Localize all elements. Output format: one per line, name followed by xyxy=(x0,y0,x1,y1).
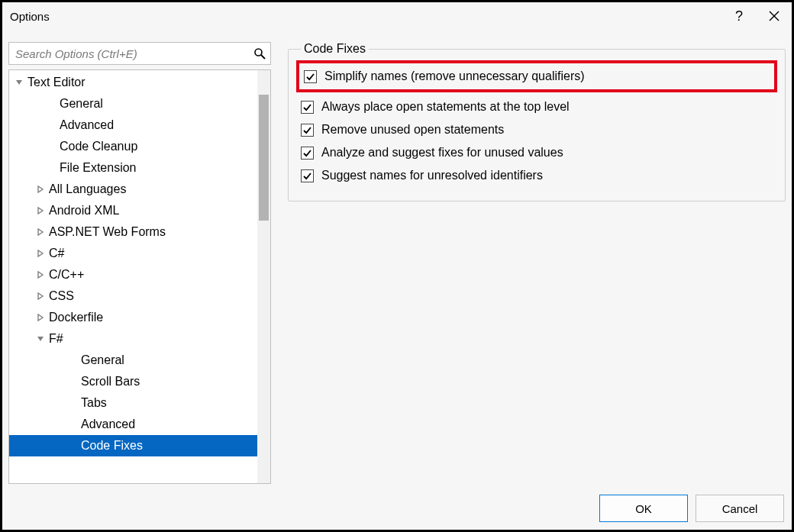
tree-glyph-none xyxy=(35,163,46,173)
options-dialog: Options ? Text EditorGeneralAdv xyxy=(2,2,792,530)
help-button[interactable]: ? xyxy=(721,2,757,30)
right-column: Code Fixes Simplify names (remove unnece… xyxy=(288,42,786,484)
checkbox-row[interactable]: Analyze and suggest fixes for unused val… xyxy=(301,141,773,164)
tree-item-label: Android XML xyxy=(49,204,120,218)
tree-item-label: C# xyxy=(49,247,64,260)
tree-item[interactable]: Tabs xyxy=(9,392,270,414)
tree-glyph-none xyxy=(56,355,67,366)
close-icon xyxy=(769,11,779,21)
close-button[interactable] xyxy=(757,2,792,30)
search-icon xyxy=(253,47,266,60)
tree-glyph-none xyxy=(56,376,67,387)
tree-item[interactable]: Text Editor xyxy=(9,72,270,93)
tree-item-label: General xyxy=(60,97,103,111)
chevron-right-icon xyxy=(35,312,46,323)
chevron-down-icon xyxy=(35,334,46,344)
tree-item[interactable]: C# xyxy=(9,243,270,264)
checkbox[interactable] xyxy=(301,124,314,137)
tree-item-label: C/C++ xyxy=(49,268,84,282)
scrollbar[interactable] xyxy=(257,70,270,483)
tree-item[interactable]: General xyxy=(9,350,270,371)
tree-item[interactable]: General xyxy=(9,93,270,114)
tree-item[interactable]: F# xyxy=(9,328,270,350)
checkbox-row[interactable]: Simplify names (remove unnecessary quali… xyxy=(304,65,770,88)
checkbox[interactable] xyxy=(301,101,314,114)
tree-item[interactable]: Scroll Bars xyxy=(9,371,270,392)
checkbox-label: Remove unused open statements xyxy=(321,123,504,137)
tree-item-label: Advanced xyxy=(60,118,114,132)
tree-glyph-none xyxy=(56,419,67,430)
search-input[interactable] xyxy=(9,43,270,64)
left-column: Text EditorGeneralAdvancedCode CleanupFi… xyxy=(8,42,271,484)
checkbox[interactable] xyxy=(304,70,317,83)
tree-item-label: Tabs xyxy=(81,396,107,410)
tree-item-label: F# xyxy=(49,332,63,346)
checkbox-label: Suggest names for unresolved identifiers xyxy=(321,169,543,182)
options-tree[interactable]: Text EditorGeneralAdvancedCode CleanupFi… xyxy=(8,69,271,484)
tree-glyph-none xyxy=(56,398,67,408)
tree-item-label: All Languages xyxy=(49,182,126,196)
tree-item-label: Dockerfile xyxy=(49,311,103,324)
tree-glyph-none xyxy=(35,98,46,109)
checkbox-row[interactable]: Remove unused open statements xyxy=(301,118,773,141)
tree-item-label: General xyxy=(81,353,124,367)
checkbox-row[interactable]: Always place open statements at the top … xyxy=(301,95,773,118)
tree-item-label: ASP.NET Web Forms xyxy=(49,225,166,239)
chevron-right-icon xyxy=(35,291,46,301)
chevron-right-icon xyxy=(35,184,46,195)
tree-item-label: CSS xyxy=(49,289,74,303)
tree-item-label: Scroll Bars xyxy=(81,375,140,389)
window-title: Options xyxy=(10,10,50,23)
code-fixes-group: Code Fixes Simplify names (remove unnece… xyxy=(288,42,786,202)
tree-item[interactable]: C/C++ xyxy=(9,264,270,285)
tree-glyph-none xyxy=(35,141,46,152)
group-legend: Code Fixes xyxy=(301,42,369,56)
checkbox-row[interactable]: Suggest names for unresolved identifiers xyxy=(301,164,773,187)
chevron-right-icon xyxy=(35,248,46,259)
tree-item-label: Code Cleanup xyxy=(60,140,137,153)
checkbox-label: Simplify names (remove unnecessary quali… xyxy=(324,69,585,83)
checkbox-label: Always place open statements at the top … xyxy=(321,100,570,114)
tree-item[interactable]: Code Fixes xyxy=(9,435,270,456)
dialog-buttons: OK Cancel xyxy=(599,495,784,522)
tree-item[interactable]: ASP.NET Web Forms xyxy=(9,221,270,243)
tree-item[interactable]: All Languages xyxy=(9,179,270,200)
chevron-right-icon xyxy=(35,205,46,216)
tree-glyph-none xyxy=(35,120,46,131)
scrollbar-thumb[interactable] xyxy=(259,95,269,221)
svg-point-2 xyxy=(255,49,262,56)
cancel-button[interactable]: Cancel xyxy=(696,495,784,522)
tree-item-label: File Extension xyxy=(60,161,137,175)
tree-item-label: Code Fixes xyxy=(81,439,143,453)
ok-button[interactable]: OK xyxy=(599,495,688,522)
tree-item-label: Advanced xyxy=(81,418,135,431)
svg-line-3 xyxy=(261,55,265,59)
content-area: Text EditorGeneralAdvancedCode CleanupFi… xyxy=(8,42,786,484)
tree-item[interactable]: Android XML xyxy=(9,200,270,221)
tree-item[interactable]: Dockerfile xyxy=(9,307,270,328)
chevron-down-icon xyxy=(14,77,24,88)
search-box[interactable] xyxy=(8,42,271,65)
highlighted-option: Simplify names (remove unnecessary quali… xyxy=(296,60,777,92)
tree-item[interactable]: CSS xyxy=(9,285,270,307)
titlebar: Options ? xyxy=(2,2,792,30)
checkbox-label: Analyze and suggest fixes for unused val… xyxy=(321,146,563,160)
tree-item-label: Text Editor xyxy=(27,76,86,89)
checkbox[interactable] xyxy=(301,147,314,160)
tree-item[interactable]: Code Cleanup xyxy=(9,136,270,157)
checkbox[interactable] xyxy=(301,169,314,182)
chevron-right-icon xyxy=(35,269,46,280)
tree-item[interactable]: Advanced xyxy=(9,414,270,435)
tree-item[interactable]: Advanced xyxy=(9,114,270,136)
chevron-right-icon xyxy=(35,227,46,237)
tree-item[interactable]: File Extension xyxy=(9,157,270,179)
tree-glyph-none xyxy=(56,440,67,451)
